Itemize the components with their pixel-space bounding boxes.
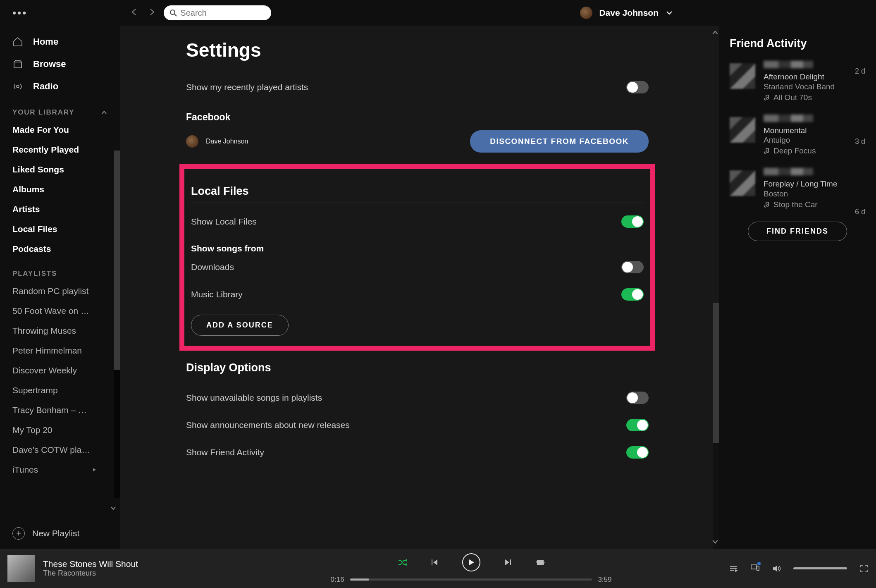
volume-slider[interactable] [793,567,847,569]
user-menu[interactable]: Dave Johnson [580,7,673,19]
playlist-item[interactable]: Throwing Muses [0,321,103,341]
new-playlist-button[interactable]: + New Playlist [0,518,120,549]
friend-art [730,170,755,196]
setting-label: Music Library [191,289,243,299]
friend-context: All Out 70s [773,93,812,102]
library-item[interactable]: Local Files [0,219,120,239]
playlist-item[interactable]: 50 Foot Wave on PC [0,301,103,321]
chevron-up-icon[interactable] [101,109,107,116]
toggle-downloads[interactable] [621,261,644,273]
friend-track: Foreplay / Long Time [764,179,865,189]
playlist-item[interactable]: Tracy Bonham – Th… [0,400,103,420]
friend-item[interactable]: Foreplay / Long Time Boston Stop the Car… [730,168,865,209]
svg-marker-7 [93,468,96,471]
friend-artist: Starland Vocal Band [764,82,865,91]
friend-item[interactable]: Afternoon Delight Starland Vocal Band Al… [730,61,865,102]
queue-icon[interactable] [729,564,738,573]
friend-name-blurred [764,61,813,68]
nav-home[interactable]: Home [0,31,120,53]
friend-artist: Boston [764,189,865,198]
sidebar-scrollbar[interactable] [114,151,120,498]
now-playing-cover[interactable] [7,555,35,582]
scroll-down-icon[interactable] [711,538,719,545]
scroll-up-icon[interactable] [711,29,719,36]
music-note-icon [764,94,770,101]
friend-context: Stop the Car [773,200,818,209]
next-icon[interactable] [504,558,513,567]
fb-avatar [186,135,198,148]
library-item[interactable]: Liked Songs [0,160,120,179]
playlist-item-folder[interactable]: iTunes [0,460,103,480]
nav-back-button[interactable] [131,8,138,17]
chevron-down-icon[interactable] [110,505,117,512]
library-item[interactable]: Made For You [0,120,120,140]
svg-marker-19 [773,566,777,571]
playlist-item[interactable]: Supertramp [0,380,103,400]
toggle-announcements[interactable] [626,419,649,431]
nav-forward-button[interactable] [148,8,155,17]
menu-dots-icon[interactable]: ••• [12,7,27,19]
volume-icon[interactable] [772,564,781,573]
setting-label: Show Friend Activity [186,447,264,457]
toggle-show-local-files[interactable] [621,215,644,228]
devices-icon[interactable] [750,563,759,574]
toggle-unavailable[interactable] [626,392,649,404]
nav-radio[interactable]: Radio [0,75,120,98]
toggle-music-library[interactable] [621,288,644,301]
playlist-item[interactable]: Peter Himmelman [0,341,103,361]
add-source-button[interactable]: ADD A SOURCE [191,315,289,336]
toggle-friend-activity[interactable] [626,446,649,459]
playlist-item[interactable]: Dave's COTW play… [0,440,103,460]
fb-username: Dave Johnson [206,138,248,145]
playlist-item[interactable]: Discover Weekly [0,361,103,380]
disconnect-facebook-button[interactable]: DISCONNECT FROM FACEBOOK [470,130,649,153]
nav-home-label: Home [33,36,58,47]
find-friends-button[interactable]: FIND FRIENDS [748,222,847,241]
svg-rect-17 [751,565,757,569]
setting-label: Show my recently played artists [186,82,308,92]
repeat-icon[interactable] [536,558,545,567]
user-name-label: Dave Johnson [599,8,659,18]
friend-name-blurred [764,115,813,122]
playlist-item[interactable]: My Top 20 [0,420,103,440]
svg-line-5 [174,14,177,16]
progress-bar[interactable] [350,578,592,581]
setting-label: Show unavailable songs in playlists [186,393,322,403]
setting-label: Downloads [191,262,234,272]
search-input[interactable] [180,8,255,18]
now-playing-artist[interactable]: The Raconteurs [43,569,138,578]
friend-time: 6 d [855,208,865,216]
triangle-right-icon [92,467,97,472]
library-item[interactable]: Recently Played [0,140,120,160]
content-scrollbar[interactable] [713,303,719,549]
library-item[interactable]: Podcasts [0,239,120,259]
music-note-icon [764,148,770,154]
friend-time: 2 d [855,67,865,76]
plus-icon: + [12,527,25,540]
library-item[interactable]: Albums [0,179,120,199]
now-playing-track[interactable]: These Stones Will Shout [43,559,138,569]
library-item[interactable]: Artists [0,199,120,219]
friend-track: Monumental [764,125,865,136]
play-button[interactable] [462,553,480,571]
friend-item[interactable]: Monumental Antuigo Deep Focus 3 d [730,115,865,156]
fullscreen-icon[interactable] [859,564,869,573]
section-header-display: Display Options [186,361,649,379]
playlist-item[interactable]: Random PC playlist [0,281,103,301]
time-total: 3:59 [598,576,611,584]
nav-browse[interactable]: Browse [0,53,120,75]
svg-marker-11 [505,559,509,565]
content-area: Settings Show my recently played artists… [120,26,719,549]
svg-rect-18 [757,566,759,571]
friend-artist: Antuigo [764,136,865,145]
previous-icon[interactable] [430,558,439,567]
svg-marker-9 [433,559,437,565]
setting-label: Show announcements about new releases [186,420,350,430]
friend-art [730,63,755,89]
svg-marker-16 [735,570,737,571]
shuffle-icon[interactable] [398,558,407,567]
toggle-recently-played[interactable] [626,81,649,93]
time-elapsed: 0:16 [331,576,344,584]
svg-marker-8 [432,559,432,565]
setting-label: Show Local Files [191,217,257,227]
